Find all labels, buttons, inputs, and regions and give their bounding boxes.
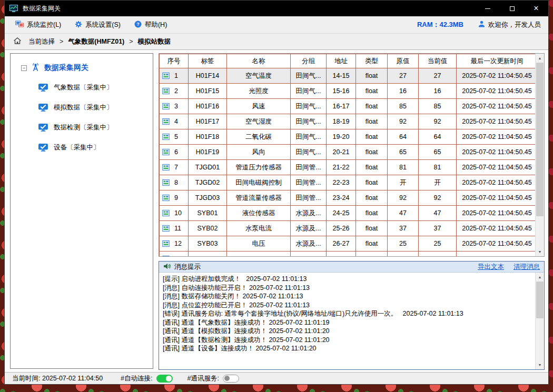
table-row[interactable]: 1H01F14空气温度田间气...14-15float27272025-07-0… bbox=[160, 68, 536, 84]
clear-messages-link[interactable]: 清理消息 bbox=[514, 263, 540, 272]
table-cell: 64 bbox=[419, 129, 457, 145]
column-header-address[interactable]: 地址 bbox=[327, 54, 356, 68]
antenna-icon bbox=[31, 62, 41, 74]
column-header-group[interactable]: 分组 bbox=[291, 54, 327, 68]
row-index: 11 bbox=[174, 225, 181, 232]
table-cell: 田间管... bbox=[291, 160, 327, 175]
table-cell: 65 bbox=[388, 145, 419, 160]
table-cell: 开 bbox=[419, 175, 457, 190]
comm-service-label: #通讯服务: bbox=[187, 374, 219, 383]
column-header-raw-value[interactable]: 原值 bbox=[388, 54, 419, 68]
table-cell: 12 bbox=[160, 236, 189, 252]
table-cell bbox=[457, 252, 536, 257]
table-row[interactable]: 7TJGD01管道压力传感器田间管...21-22float81812025-0… bbox=[160, 160, 536, 175]
table-cell: float bbox=[356, 206, 388, 221]
export-text-link[interactable]: 导出文本 bbox=[478, 263, 504, 272]
scroll-down-button[interactable]: ▼ bbox=[536, 360, 544, 369]
table-row[interactable]: 4H01F17空气湿度田间气...18-19float92922025-07-0… bbox=[160, 114, 536, 129]
row-index: 12 bbox=[174, 240, 182, 247]
point-icon bbox=[162, 255, 170, 256]
table-row[interactable]: 2H01F15光照度田间气...15-16float16162025-07-02… bbox=[160, 84, 536, 99]
table-cell: SYB02 bbox=[189, 221, 227, 236]
maximize-icon bbox=[510, 6, 515, 11]
table-row[interactable]: 6H01F19风向田间气...20-21float65652025-07-02 … bbox=[160, 145, 536, 160]
table-cell: float bbox=[356, 68, 388, 84]
table-row[interactable] bbox=[160, 252, 536, 257]
app-window: 数据采集网关 × 系统监控(L) bbox=[4, 0, 549, 385]
scrollbar-thumb[interactable] bbox=[536, 63, 544, 216]
table-row[interactable]: 11SYB02水泵电流水源及...25-26float37372025-07-0… bbox=[160, 221, 536, 236]
message-line: [通讯] 通道【模拟数据】连接成功！ 2025-07-02 11:01:20 bbox=[163, 327, 531, 336]
table-cell: 92 bbox=[419, 190, 457, 206]
column-header-index[interactable]: 序号 bbox=[160, 54, 189, 68]
column-header-name[interactable]: 名称 bbox=[227, 54, 291, 68]
table-cell: 11 bbox=[160, 221, 189, 236]
message-line: [消息] 数据存储功能关闭！ 2025-07-02 11:01:13 bbox=[163, 292, 531, 301]
table-cell: 液位传感器 bbox=[227, 206, 291, 221]
close-button[interactable]: × bbox=[524, 1, 548, 16]
menu-item-system-settings[interactable]: 系统设置(S) bbox=[70, 18, 126, 32]
table-row[interactable]: 5H01F18二氧化碳田间气...19-20float64642025-07-0… bbox=[160, 129, 536, 145]
table-row[interactable]: 9TJGD03管道流量传感器田间管...23-24float92922025-0… bbox=[160, 190, 536, 206]
table-scrollbar[interactable]: ▲ ▼ bbox=[535, 54, 544, 256]
table-cell: 2025-07-02 11:04:50.45 bbox=[457, 160, 536, 175]
point-icon bbox=[162, 209, 170, 217]
tree-root-node[interactable]: − 数据采集网关 bbox=[15, 62, 149, 74]
table-cell: 2025-07-02 11:04:50.45 bbox=[457, 221, 536, 236]
table-cell: H01F19 bbox=[189, 145, 227, 160]
table-row[interactable]: 3H01F16风速田间气...16-17float85852025-07-02 … bbox=[160, 99, 536, 114]
auto-connect-group: #自动连接: bbox=[121, 374, 172, 383]
speaker-icon bbox=[163, 263, 171, 271]
table-cell: 20-21 bbox=[327, 145, 356, 160]
scroll-up-button[interactable]: ▲ bbox=[536, 54, 544, 63]
table-cell: 5 bbox=[160, 129, 189, 145]
table-cell: 19-20 bbox=[327, 129, 356, 145]
collapse-icon[interactable]: − bbox=[21, 65, 27, 71]
column-header-current-value[interactable]: 当前值 bbox=[419, 54, 457, 68]
comm-service-toggle[interactable] bbox=[223, 375, 239, 383]
auto-connect-toggle[interactable] bbox=[156, 375, 173, 383]
column-header-type[interactable]: 类型 bbox=[356, 54, 388, 68]
table-row[interactable]: 10SYB01液位传感器水源及...24-25float47472025-07-… bbox=[160, 206, 536, 221]
titlebar: 数据采集网关 × bbox=[5, 1, 548, 16]
tree-item-sim-data[interactable]: 模拟数据〔采集中〕 bbox=[38, 103, 149, 112]
scroll-up-button[interactable]: ▲ bbox=[536, 273, 544, 282]
table-row[interactable]: 8TJGD02田间电磁阀控制田间管...22-23float开开2025-07-… bbox=[160, 175, 536, 190]
table-cell: 田间管... bbox=[291, 190, 327, 206]
home-button[interactable] bbox=[11, 35, 24, 48]
scrollbar-thumb[interactable] bbox=[536, 282, 544, 318]
table-row[interactable]: 12SYB03电压水源及...26-27float25252025-07-02 … bbox=[160, 236, 536, 252]
table-cell: 7 bbox=[160, 160, 189, 175]
minimize-button[interactable] bbox=[476, 1, 500, 16]
table-cell: 9 bbox=[160, 190, 189, 206]
table-cell: 2025-07-02 11:04:50.45 bbox=[457, 68, 536, 84]
table-cell: 81 bbox=[388, 160, 419, 175]
breadcrumb-item-page[interactable]: 模拟站数据 bbox=[138, 37, 171, 46]
table-cell: 4 bbox=[160, 114, 189, 129]
breadcrumb-item-channel[interactable]: 气象数据(HMFZ01) bbox=[68, 37, 124, 46]
scroll-down-button[interactable]: ▼ bbox=[536, 247, 544, 256]
menu-item-help[interactable]: ? 帮助(H) bbox=[129, 18, 172, 32]
table-cell: 风速 bbox=[227, 99, 291, 114]
message-panel: 消息提示 导出文本 清理消息 [提示] 启动进程加载完成！ 2025-07-02… bbox=[159, 261, 545, 370]
tree-item-weather-data[interactable]: 气象数据〔采集中〕 bbox=[38, 83, 149, 92]
tree-item-label: 模拟数据〔采集中〕 bbox=[54, 103, 113, 112]
table-cell: 15-16 bbox=[327, 84, 356, 99]
column-header-last-update[interactable]: 最后一次更新时间 bbox=[457, 54, 536, 68]
message-scrollbar[interactable]: ▲ ▼ bbox=[535, 273, 544, 369]
table-cell: 二氧化碳 bbox=[227, 129, 291, 145]
table-cell: 22-23 bbox=[327, 175, 356, 190]
table-cell bbox=[160, 252, 189, 257]
tree-item-device[interactable]: 设备〔采集中〕 bbox=[38, 143, 149, 152]
table-cell: 8 bbox=[160, 175, 189, 190]
menu-item-system-monitor[interactable]: 系统监控(L) bbox=[10, 18, 66, 32]
column-header-tag[interactable]: 标签 bbox=[189, 54, 227, 68]
table-cell: 25-26 bbox=[327, 221, 356, 236]
message-line: [消息] 点位监控功能已开启！ 2025-07-02 11:01:13 bbox=[163, 301, 531, 310]
maximize-button[interactable] bbox=[500, 1, 524, 16]
row-index: 3 bbox=[174, 103, 178, 110]
table-cell: 2025-07-02 11:04:50.45 bbox=[457, 206, 536, 221]
data-table: 序号 标签 名称 分组 地址 类型 原值 当前值 最后一次更新时间 bbox=[159, 53, 545, 257]
menu-item-label: 系统设置(S) bbox=[85, 21, 121, 29]
tree-item-data-check[interactable]: 数据检测〔采集中〕 bbox=[38, 123, 149, 132]
